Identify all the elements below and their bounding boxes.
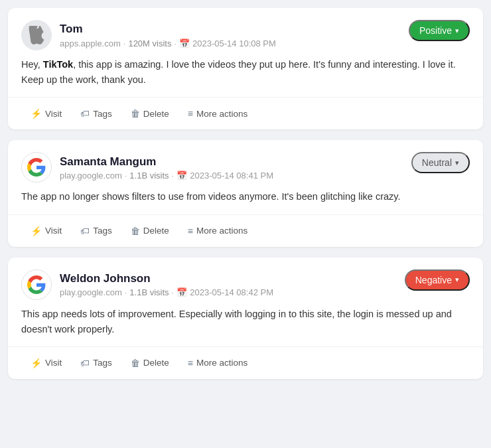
- source-url: play.google.com: [60, 287, 122, 297]
- sentiment-badge[interactable]: Neutral ▾: [411, 152, 470, 173]
- tags-button[interactable]: 🏷 Tags: [71, 354, 121, 372]
- trash-icon: 🗑: [131, 108, 140, 119]
- dot-separator-2: ·: [174, 38, 176, 48]
- source-line: play.google.com · 1.1B visits · 📅 2023-0…: [60, 171, 273, 181]
- chevron-down-icon: ▾: [455, 27, 459, 35]
- card-header: Tom apps.apple.com · 120M visits · 📅 202…: [21, 20, 470, 50]
- review-date: 2023-05-14 08:42 PM: [190, 287, 273, 297]
- tags-label: Tags: [93, 226, 112, 236]
- more-actions-button[interactable]: ≡ More actions: [178, 354, 257, 372]
- tags-label: Tags: [93, 358, 112, 368]
- badge-label: Neutral: [422, 157, 452, 168]
- visit-label: Visit: [45, 226, 62, 236]
- card-header: Weldon Johnson play.google.com · 1.1B vi…: [21, 269, 470, 300]
- visit-button[interactable]: ⚡ Visit: [21, 104, 71, 123]
- card-body: Weldon Johnson play.google.com · 1.1B vi…: [8, 258, 483, 346]
- more-label: More actions: [196, 226, 247, 236]
- more-icon: ≡: [188, 226, 193, 236]
- tag-icon: 🏷: [80, 108, 90, 119]
- review-card-1: Tom apps.apple.com · 120M visits · 📅 202…: [8, 8, 483, 129]
- user-meta: Weldon Johnson play.google.com · 1.1B vi…: [60, 271, 273, 297]
- user-info: Tom apps.apple.com · 120M visits · 📅 202…: [21, 20, 276, 50]
- card-body: Tom apps.apple.com · 120M visits · 📅 202…: [8, 8, 483, 97]
- delete-label: Delete: [143, 226, 169, 236]
- card-footer: ⚡ Visit 🏷 Tags 🗑 Delete ≡ More actions: [8, 214, 483, 247]
- visit-icon: ⚡: [31, 358, 42, 368]
- avatar: [21, 20, 52, 50]
- calendar-icon: 📅: [179, 38, 190, 48]
- user-name: Weldon Johnson: [60, 271, 273, 286]
- review-text: Hey, TikTok, this app is amazing. I love…: [21, 57, 470, 88]
- visit-count: 1.1B visits: [129, 171, 169, 181]
- review-text: The app no longer shows filters to use f…: [21, 189, 470, 204]
- review-date: 2023-05-14 10:08 PM: [192, 38, 276, 48]
- source-url: play.google.com: [60, 171, 122, 181]
- sentiment-badge[interactable]: Negative ▾: [405, 269, 470, 291]
- avatar: [21, 152, 52, 183]
- card-body: Samanta Mangum play.google.com · 1.1B vi…: [8, 140, 483, 214]
- source-line: play.google.com · 1.1B visits · 📅 2023-0…: [60, 287, 273, 297]
- tags-label: Tags: [93, 109, 112, 119]
- more-actions-button[interactable]: ≡ More actions: [178, 222, 257, 240]
- visit-icon: ⚡: [31, 226, 42, 236]
- review-text: This app needs lots of improvement. Espe…: [21, 307, 470, 337]
- visit-count: 1.1B visits: [129, 287, 169, 297]
- chevron-down-icon: ▾: [455, 159, 459, 167]
- tag-icon: 🏷: [80, 226, 90, 236]
- more-label: More actions: [196, 358, 247, 368]
- visit-icon: ⚡: [31, 108, 42, 119]
- user-info: Samanta Mangum play.google.com · 1.1B vi…: [21, 152, 273, 183]
- dot-separator: ·: [123, 38, 126, 48]
- chevron-down-icon: ▾: [455, 275, 459, 284]
- user-name: Tom: [60, 22, 276, 37]
- source-line: apps.apple.com · 120M visits · 📅 2023-05…: [60, 38, 276, 48]
- avatar: [21, 269, 52, 300]
- delete-button[interactable]: 🗑 Delete: [121, 222, 178, 240]
- delete-button[interactable]: 🗑 Delete: [121, 354, 178, 372]
- review-card-3: Weldon Johnson play.google.com · 1.1B vi…: [8, 258, 483, 379]
- more-actions-button[interactable]: ≡ More actions: [178, 104, 257, 123]
- more-label: More actions: [196, 109, 247, 119]
- visit-label: Visit: [45, 358, 62, 368]
- badge-label: Positive: [419, 25, 452, 36]
- dot-separator: ·: [125, 171, 127, 181]
- tags-button[interactable]: 🏷 Tags: [71, 222, 121, 240]
- calendar-icon: 📅: [176, 287, 187, 297]
- more-icon: ≡: [188, 358, 193, 368]
- badge-label: Negative: [415, 275, 452, 285]
- review-date: 2023-05-14 08:41 PM: [190, 171, 273, 181]
- more-icon: ≡: [188, 108, 193, 119]
- delete-label: Delete: [143, 109, 169, 119]
- trash-icon: 🗑: [131, 226, 140, 236]
- visit-button[interactable]: ⚡ Visit: [21, 354, 71, 372]
- dot-separator-2: ·: [172, 287, 175, 297]
- sentiment-badge[interactable]: Positive ▾: [409, 20, 470, 41]
- user-meta: Samanta Mangum play.google.com · 1.1B vi…: [60, 155, 273, 181]
- card-footer: ⚡ Visit 🏷 Tags 🗑 Delete ≡ More actions: [8, 97, 483, 129]
- review-card-2: Samanta Mangum play.google.com · 1.1B vi…: [8, 140, 483, 246]
- card-footer: ⚡ Visit 🏷 Tags 🗑 Delete ≡ More actions: [8, 346, 483, 379]
- dot-separator-2: ·: [172, 171, 175, 181]
- tags-button[interactable]: 🏷 Tags: [71, 104, 121, 123]
- trash-icon: 🗑: [131, 358, 140, 368]
- visit-button[interactable]: ⚡ Visit: [21, 222, 71, 240]
- tag-icon: 🏷: [80, 358, 90, 368]
- visit-label: Visit: [45, 109, 62, 119]
- card-header: Samanta Mangum play.google.com · 1.1B vi…: [21, 152, 470, 183]
- user-name: Samanta Mangum: [60, 155, 273, 169]
- user-meta: Tom apps.apple.com · 120M visits · 📅 202…: [60, 22, 276, 48]
- source-url: apps.apple.com: [60, 38, 121, 48]
- delete-label: Delete: [143, 358, 169, 368]
- user-info: Weldon Johnson play.google.com · 1.1B vi…: [21, 269, 273, 300]
- dot-separator: ·: [125, 287, 127, 297]
- calendar-icon: 📅: [176, 171, 187, 181]
- delete-button[interactable]: 🗑 Delete: [121, 104, 178, 123]
- visit-count: 120M visits: [128, 38, 171, 48]
